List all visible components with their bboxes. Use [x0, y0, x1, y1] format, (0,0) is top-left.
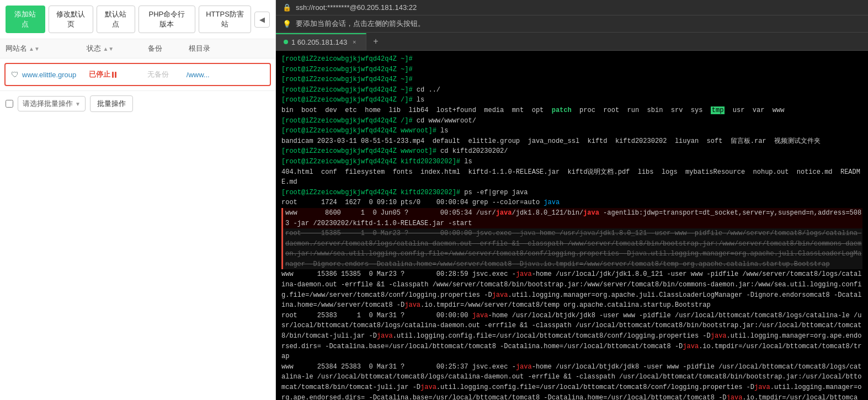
site-name-cell: 🛡 www.elittle.group	[11, 70, 89, 79]
php-cmd-button[interactable]: PHP命令行版本	[139, 6, 195, 33]
lock-icon: 🔒	[283, 3, 291, 12]
terminal-line: [root@iZ2zeicowbgjkjwfqd42q4Z ~]# cd ../	[281, 85, 862, 95]
toolbar: 添加站点 修改默认页 默认站点 PHP命令行版本 HTTPS防害站 ◀	[0, 0, 275, 39]
terminal-tab[interactable]: 1 60.205.181.143 ×	[276, 33, 366, 50]
batch-select-dropdown[interactable]: 请选择批量操作 ▼	[18, 96, 86, 111]
site-status-cell: 已停止	[89, 70, 147, 79]
col-root-header: 根目录	[189, 44, 270, 54]
site-root-cell: /www...	[187, 71, 264, 79]
terminal-line: [root@iZ2zeicowbgjkjwfqd42q4Z wwwroot]# …	[281, 126, 862, 136]
terminal-line: [root@iZ2zeicowbgjkjwfqd42q4Z ~]#	[281, 65, 862, 75]
terminal-line: [root@iZ2zeicowbgjkjwfqd42q4Z ~]#	[281, 54, 862, 65]
batch-bar: 请选择批量操作 ▼ 批量操作	[0, 90, 275, 116]
terminal-line: www 8600 1 0 Jun05 ? 00:05:34 /usr/java/…	[281, 208, 862, 228]
hint-bar: 💡 要添加当前会话，点击左侧的箭头按钮。	[276, 15, 868, 33]
col-name-header[interactable]: 网站名 ▲▼	[6, 44, 87, 54]
col-backup-header: 备份	[148, 44, 189, 54]
terminal-line: root 15385 1 0 Mar23 ? 00:00:00 jsvc.exe…	[281, 228, 862, 269]
site-row[interactable]: 🛡 www.elittle.group 已停止 无备份 /www...	[4, 63, 271, 86]
name-sort-icon: ▲▼	[29, 46, 40, 52]
modify-default-button[interactable]: 修改默认页	[49, 6, 93, 33]
default-site-button[interactable]: 默认站点	[97, 6, 135, 33]
checkbox-area	[6, 100, 13, 108]
terminal-output[interactable]: [root@iZ2zeicowbgjkjwfqd42q4Z ~]# [root@…	[276, 51, 868, 400]
terminal-line: 404.html conf filesystem fonts index.htm…	[281, 167, 862, 188]
tab-close-button[interactable]: ×	[350, 38, 358, 46]
ssh-header: 🔒 ssh://root:********@60.205.181.143:22	[276, 0, 868, 15]
tab-bar: 1 60.205.181.143 × +	[276, 33, 868, 51]
right-panel: 🔒 ssh://root:********@60.205.181.143:22 …	[276, 0, 868, 400]
tab-label: 1 60.205.181.143	[291, 38, 347, 46]
terminal-line: www 25384 25383 0 Mar31 ? 00:25:37 jsvc.…	[281, 362, 862, 400]
terminal-line: root 1724 1627 0 09:10 pts/0 00:00:04 gr…	[281, 198, 862, 208]
terminal-line: bandicam 2023-03-11 08-51-51-233.mp4 def…	[281, 136, 862, 147]
terminal-line: [root@iZ2zeicowbgjkjwfqd42q4Z wwwroot]# …	[281, 146, 862, 157]
add-site-button[interactable]: 添加站点	[6, 6, 45, 33]
ssh-title: ssh://root:********@60.205.181.143:22	[296, 3, 417, 12]
terminal-line: [root@iZ2zeicowbgjkjwfqd42q4Z ~]#	[281, 74, 862, 85]
dropdown-arrow-icon: ▼	[75, 101, 81, 107]
terminal-line: [root@iZ2zeicowbgjkjwfqd42q4Z kiftd20230…	[281, 157, 862, 167]
terminal-line: bin boot dev etc home lib lib64 lost+fou…	[281, 105, 862, 116]
terminal-line: www 15386 15385 0 Mar23 ? 00:28:59 jsvc.…	[281, 269, 862, 310]
status-badge: 已停止	[89, 70, 116, 79]
collapse-button[interactable]: ◀	[254, 12, 270, 28]
terminal-line: [root@iZ2zeicowbgjkjwfqd42q4Z /]# cd www…	[281, 116, 862, 126]
hint-text: 要添加当前会话，点击左侧的箭头按钮。	[296, 19, 425, 29]
pause-icon	[112, 72, 116, 78]
terminal-line: [root@iZ2zeicowbgjkjwfqd42q4Z kiftd20230…	[281, 188, 862, 198]
hint-icon: 💡	[283, 20, 291, 28]
https-defense-button[interactable]: HTTPS防害站	[199, 6, 251, 33]
shield-icon: 🛡	[11, 70, 19, 79]
select-all-checkbox[interactable]	[6, 100, 13, 108]
table-header: 网站名 ▲▼ 状态 ▲▼ 备份 根目录	[0, 39, 275, 58]
batch-operation-button[interactable]: 批量操作	[90, 95, 133, 112]
col-status-header[interactable]: 状态 ▲▼	[87, 44, 148, 54]
tab-active-dot	[284, 40, 288, 44]
status-sort-icon: ▲▼	[103, 46, 114, 52]
tab-add-button[interactable]: +	[366, 33, 385, 50]
site-backup-cell: 无备份	[147, 70, 187, 79]
terminal-line: root 25383 1 0 Mar31 ? 00:00:00 java-hom…	[281, 311, 862, 362]
left-panel: 添加站点 修改默认页 默认站点 PHP命令行版本 HTTPS防害站 ◀ 网站名 …	[0, 0, 276, 400]
terminal-line: [root@iZ2zeicowbgjkjwfqd42q4Z /]# ls	[281, 95, 862, 105]
